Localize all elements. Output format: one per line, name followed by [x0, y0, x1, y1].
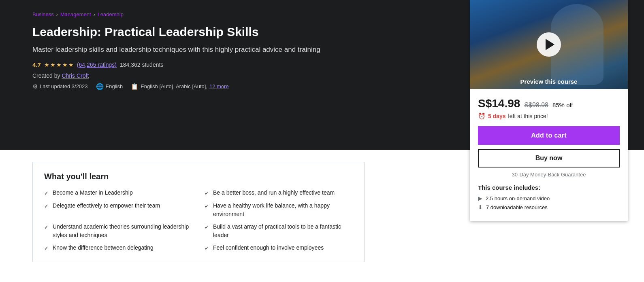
includes-list: ▶ 2.5 hours on-demand video ⬇ 7 download…	[478, 195, 620, 210]
captions-more-link[interactable]: 12 more	[209, 83, 229, 89]
includes-resources-text: 7 downloadable resources	[486, 204, 548, 210]
learn-item-text-1: Delegate effectively to empower their te…	[53, 201, 160, 210]
buy-now-button[interactable]: Buy now	[478, 149, 620, 168]
breadcrumb-management[interactable]: Management	[60, 11, 91, 17]
rating-number: 4.7	[32, 61, 41, 68]
check-icon-7: ✓	[205, 244, 209, 252]
card-body: S$14.98 S$98.98 85% off ⏰ 5 days left at…	[470, 89, 628, 221]
preview-label: Preview this course	[470, 78, 628, 85]
timer-text: left at this price!	[508, 113, 548, 119]
captions-text: English [Auto], Arabic [Auto],	[141, 83, 207, 89]
learn-item-6: ✓ Build a vast array of practical tools …	[205, 223, 353, 240]
learn-item-3: ✓ Know the difference between delegating	[44, 244, 192, 252]
learn-item-4: ✓ Be a better boss, and run a highly eff…	[205, 189, 353, 197]
current-price: S$14.98	[478, 97, 520, 110]
check-icon-3: ✓	[44, 244, 49, 252]
download-icon: ⬇	[478, 204, 483, 210]
star-2: ★	[50, 61, 55, 68]
check-icon-4: ✓	[205, 189, 209, 197]
language-text: English	[106, 83, 123, 89]
breadcrumb-sep-2: ›	[94, 12, 95, 17]
learn-item-text-0: Become a Master in Leadership	[53, 189, 133, 197]
hero-section: Business › Management › Leadership Leade…	[0, 0, 644, 150]
includes-title: This course includes:	[478, 184, 620, 191]
meta-captions: 📋 English [Auto], Arabic [Auto], 12 more	[131, 83, 228, 90]
learn-item-text-2: Understand academic theories surrounding…	[53, 223, 192, 240]
timer-icon: ⏰	[478, 112, 486, 120]
sidebar-card: Preview this course S$14.98 S$98.98 85% …	[470, 0, 628, 221]
star-4: ★	[62, 61, 68, 68]
check-icon-5: ✓	[205, 202, 209, 210]
instructor-link[interactable]: Chris Croft	[62, 72, 89, 79]
check-icon-0: ✓	[44, 189, 49, 197]
created-by-label: Created by	[32, 72, 60, 79]
main-content: What you'll learn ✓ Become a Master in L…	[0, 150, 397, 282]
learn-grid: ✓ Become a Master in Leadership ✓ Be a b…	[44, 189, 353, 252]
timer-days: 5 days	[488, 113, 506, 119]
learn-item-text-3: Know the difference between delegating	[53, 244, 154, 252]
last-updated-text: Last updated 3/2023	[40, 83, 88, 89]
check-icon-6: ✓	[205, 223, 209, 231]
learn-item-text-4: Be a better boss, and run a highly effec…	[213, 189, 335, 197]
learn-item-text-6: Build a vast array of practical tools to…	[213, 223, 353, 240]
includes-resources: ⬇ 7 downloadable resources	[478, 204, 620, 210]
discount-badge: 85% off	[552, 102, 573, 108]
learn-box: What you'll learn ✓ Become a Master in L…	[32, 162, 365, 262]
learn-item-0: ✓ Become a Master in Leadership	[44, 189, 192, 197]
rating-row: 4.7 ★ ★ ★ ★ ★ (64,265 ratings) 184,362 s…	[32, 61, 405, 68]
guarantee-text: 30-Day Money-Back Guarantee	[478, 172, 620, 178]
learn-item-text-7: Feel confident enough to involve employe…	[213, 244, 324, 252]
update-icon: ⚙	[32, 83, 38, 90]
globe-icon: 🌐	[96, 83, 104, 90]
add-to-cart-button[interactable]: Add to cart	[478, 126, 620, 145]
learn-item-5: ✓ Have a healthy work life balance, with…	[205, 201, 353, 218]
learn-item-text-5: Have a healthy work life balance, with a…	[213, 201, 353, 218]
students-count: 184,362 students	[120, 61, 163, 68]
breadcrumb-business[interactable]: Business	[32, 11, 54, 17]
breadcrumb-sep-1: ›	[56, 12, 58, 17]
learn-item-1: ✓ Delegate effectively to empower their …	[44, 201, 192, 218]
hero-left: Business › Management › Leadership Leade…	[32, 11, 421, 138]
course-preview[interactable]: Preview this course	[470, 0, 628, 89]
learn-item-7: ✓ Feel confident enough to involve emplo…	[205, 244, 353, 252]
learn-item-2: ✓ Understand academic theories surroundi…	[44, 223, 192, 240]
price-row: S$14.98 S$98.98 85% off	[478, 97, 620, 110]
creator-row: Created by Chris Croft	[32, 72, 405, 79]
preview-thumbnail	[470, 0, 628, 89]
star-rating: ★ ★ ★ ★ ★	[44, 61, 74, 68]
play-triangle-icon	[546, 39, 554, 50]
check-icon-2: ✓	[44, 223, 49, 231]
play-button[interactable]	[537, 32, 561, 57]
video-icon: ▶	[478, 195, 482, 201]
breadcrumb: Business › Management › Leadership	[32, 11, 405, 17]
star-5-half: ★	[68, 61, 74, 68]
meta-row: ⚙ Last updated 3/2023 🌐 English 📋 Englis…	[32, 83, 405, 90]
course-subtitle: Master leadership skills and leadership …	[32, 45, 356, 55]
learn-title: What you'll learn	[44, 172, 353, 181]
caption-icon: 📋	[131, 83, 139, 90]
meta-language: 🌐 English	[96, 83, 123, 90]
course-title: Leadership: Practical Leadership Skills	[32, 24, 405, 40]
timer-row: ⏰ 5 days left at this price!	[478, 112, 620, 120]
star-3: ★	[56, 61, 62, 68]
star-1: ★	[44, 61, 49, 68]
meta-updated: ⚙ Last updated 3/2023	[32, 83, 88, 90]
includes-video-text: 2.5 hours on-demand video	[486, 195, 550, 201]
rating-count[interactable]: (64,265 ratings)	[77, 61, 117, 68]
original-price: S$98.98	[524, 102, 548, 109]
check-icon-1: ✓	[44, 202, 49, 210]
includes-video: ▶ 2.5 hours on-demand video	[478, 195, 620, 201]
breadcrumb-leadership[interactable]: Leadership	[98, 11, 124, 17]
